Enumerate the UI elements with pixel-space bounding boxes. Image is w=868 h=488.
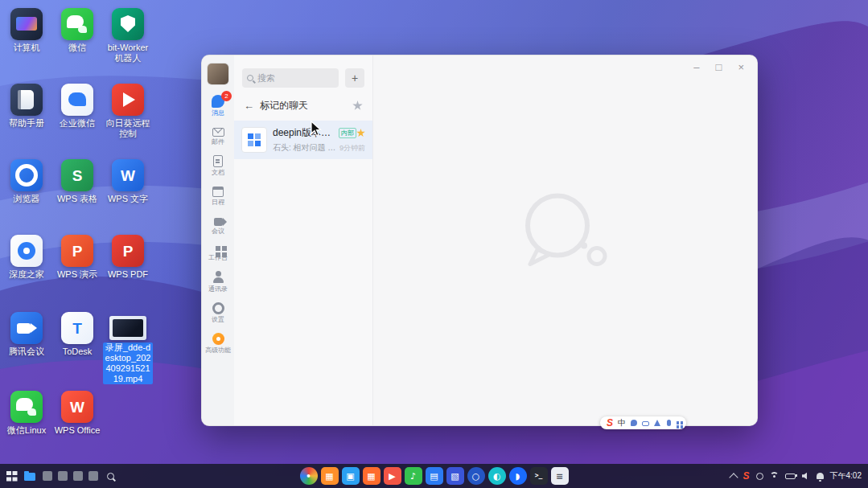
minimized-window-slot[interactable]: [43, 471, 52, 481]
skin-icon[interactable]: [654, 420, 660, 426]
sidebar-item-messages[interactable]: 消息2: [202, 95, 234, 117]
dock-app-albums[interactable]: ▧: [446, 467, 464, 485]
dock-app-terminal[interactable]: >_: [530, 467, 548, 485]
dock-app-music[interactable]: ♪: [405, 467, 422, 485]
back-button[interactable]: ←: [244, 100, 254, 111]
speech-icon[interactable]: [631, 420, 637, 426]
app-glyph: ▤: [430, 472, 438, 481]
sidebar-item-workbench[interactable]: 工作台: [202, 244, 234, 262]
desktop-icon[interactable]: WWPS 文字: [103, 159, 153, 204]
icon-label: 微信: [68, 43, 86, 53]
app-icon-plain: W: [61, 391, 93, 423]
dock-app-deepin-browser[interactable]: •: [300, 467, 318, 485]
app-glyph: ▣: [346, 472, 354, 481]
app-icon-book: [10, 84, 43, 116]
dock-app-control-center[interactable]: ◐: [488, 467, 506, 485]
app-glyph: ▧: [450, 472, 459, 481]
desktop-icon[interactable]: WWPS Office: [52, 391, 102, 436]
desktop-icon[interactable]: SWPS 表格: [52, 159, 102, 204]
maximize-button[interactable]: □: [716, 62, 722, 72]
user-avatar[interactable]: [208, 64, 228, 84]
star-filter-icon[interactable]: [352, 100, 363, 111]
desktop-icon[interactable]: 向日葵远程控制: [103, 84, 153, 139]
search-row: 搜索 +: [234, 67, 372, 88]
icon-label: 帮助手册: [9, 118, 44, 129]
sidebar-item-contacts[interactable]: 通讯录: [202, 271, 234, 293]
mic-icon[interactable]: [667, 420, 671, 426]
keyboard-icon[interactable]: [642, 421, 649, 426]
add-button[interactable]: +: [345, 68, 364, 88]
desktop-icon[interactable]: PWPS 演示: [52, 235, 102, 280]
dock-app-globe[interactable]: ○: [467, 467, 485, 485]
volume-icon[interactable]: [802, 472, 810, 480]
bluetooth-icon[interactable]: [756, 473, 763, 480]
icon-label: WPS Office: [55, 425, 101, 436]
desktop-icon[interactable]: 深度之家: [2, 235, 51, 280]
sidebar-item-meeting[interactable]: 会议: [202, 215, 234, 236]
desktop-icon[interactable]: 腾讯会议: [2, 312, 51, 357]
app-glyph: ◐: [493, 472, 501, 481]
desktop-icon[interactable]: PWPS PDF: [103, 235, 153, 280]
icon-label: 腾讯会议: [9, 347, 44, 357]
desktop-icon[interactable]: 帮助手册: [2, 84, 51, 129]
desktop-icon[interactable]: 微信: [52, 8, 102, 53]
app-icon-plain: S: [61, 159, 93, 191]
app-icon-home: [10, 235, 43, 267]
desktop-icon[interactable]: TToDesk: [52, 312, 102, 357]
meeting-icon: [214, 218, 223, 226]
desktop-icon[interactable]: bit-Worker 机器人: [103, 8, 153, 64]
docs-icon: [213, 155, 223, 167]
dock-app-software-center[interactable]: ▦: [363, 467, 381, 485]
desktop-icon[interactable]: 录屏_dde-desktop_20240929152119.mp4: [103, 312, 153, 384]
minimized-window-slot[interactable]: [88, 471, 98, 481]
search-input[interactable]: 搜索: [242, 68, 339, 88]
dock-app-files[interactable]: ▣: [342, 467, 360, 485]
sidebar-item-label: 会议: [212, 228, 224, 236]
icon-glyph: W: [70, 400, 84, 415]
file-manager-icon[interactable]: [24, 473, 35, 481]
clock[interactable]: 下午4:02: [830, 470, 862, 482]
sidebar-item-label: 设置: [212, 316, 224, 324]
wecom-watermark-logo: [513, 192, 618, 281]
desktop-icon[interactable]: 企业微信: [52, 84, 102, 129]
icon-label: 浏览器: [14, 194, 40, 204]
app-glyph: ▶: [389, 472, 395, 481]
app-icon-browser: [10, 159, 43, 191]
chat-list-item[interactable]: deepin版本号 讨论内部石头: 相对问题 让...9分钟前: [234, 121, 372, 159]
desktop-icon[interactable]: 计算机: [2, 8, 51, 53]
battery-icon[interactable]: [785, 474, 796, 479]
ime-toolbar: S 中: [600, 416, 686, 429]
desktop-icon[interactable]: 浏览器: [2, 159, 51, 204]
sidebar-item-docs[interactable]: 文档: [202, 155, 234, 177]
dock-app-editor[interactable]: ≡: [551, 467, 569, 485]
minimized-window-slot[interactable]: [73, 471, 83, 481]
close-button[interactable]: ×: [738, 62, 744, 72]
taskbar-search-icon[interactable]: [107, 473, 114, 480]
minimize-button[interactable]: –: [693, 62, 699, 72]
launcher-icon[interactable]: [6, 471, 17, 482]
sidebar-item-schedule[interactable]: 日程: [202, 186, 234, 207]
sidebar-item-settings[interactable]: 设置: [202, 302, 234, 324]
desktop-icon[interactable]: 微信Linux: [2, 391, 51, 436]
dock-app-mail[interactable]: ▤: [426, 467, 443, 485]
tray-expand-icon[interactable]: [729, 473, 738, 482]
sogou-logo[interactable]: S: [607, 418, 613, 428]
app-icon-wechat: [10, 391, 43, 423]
dock-app-browser[interactable]: ◗: [509, 467, 527, 485]
system-tray: S 下午4:02: [730, 464, 862, 488]
icon-label: 深度之家: [9, 269, 44, 280]
search-icon: [247, 75, 253, 81]
sidebar-item-mail[interactable]: 邮件: [202, 126, 234, 146]
toolbox-icon[interactable]: [677, 421, 680, 424]
dock-app-video[interactable]: ▶: [384, 467, 401, 485]
sidebar-item-advanced[interactable]: 高级功能: [202, 333, 234, 355]
network-icon[interactable]: [770, 472, 779, 481]
ime-mode-chinese[interactable]: 中: [618, 419, 626, 427]
notification-icon[interactable]: [817, 473, 824, 479]
minimized-window-slot[interactable]: [58, 471, 68, 481]
sogou-tray-icon[interactable]: S: [743, 471, 750, 481]
app-icon-plain: W: [112, 159, 144, 191]
chat-preview-row: 石头: 相对问题 让...9分钟前: [273, 142, 365, 154]
dock-app-app-store[interactable]: ▦: [321, 467, 339, 485]
app-icon-wecom: [61, 84, 93, 116]
